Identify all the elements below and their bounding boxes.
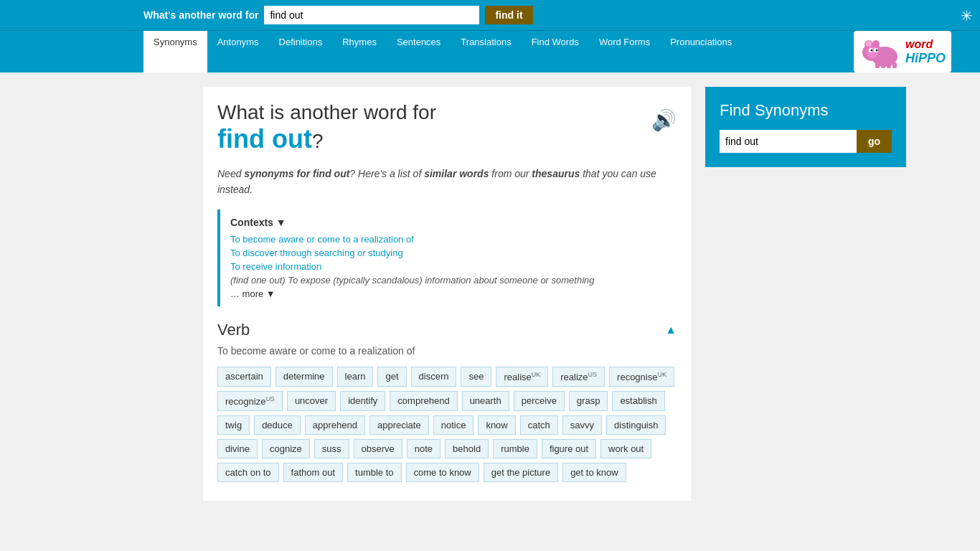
tab-synonyms[interactable]: Synonyms (143, 31, 207, 72)
desc-bold1: synonyms for find out (244, 168, 349, 179)
verb-title: Verb (217, 321, 250, 339)
tab-sentences[interactable]: Sentences (387, 31, 451, 72)
top-bar: What's another word for find it (0, 0, 980, 30)
contexts-more[interactable]: … more ▼ (230, 288, 666, 299)
heading-suffix: ? (312, 130, 324, 152)
word-tag[interactable]: rumble (493, 439, 537, 458)
tab-pronunciations[interactable]: Pronunciations (660, 31, 742, 72)
word-tag[interactable]: work out (600, 439, 651, 458)
word-tag[interactable]: fathom out (283, 463, 343, 482)
tab-find-words[interactable]: Find Words (522, 31, 589, 72)
desc-text-middle: ? Here's a list of (349, 168, 424, 179)
desc-text-before: Need (217, 168, 244, 179)
word-tag[interactable]: get the picture (484, 463, 558, 482)
word-tag[interactable]: savvy (562, 415, 602, 435)
word-tag[interactable]: note (407, 439, 440, 458)
word-tag[interactable]: distinguish (606, 415, 666, 435)
word-tag[interactable]: deduce (254, 415, 301, 435)
word-tag[interactable]: catch (520, 415, 558, 435)
word-tag[interactable]: see (461, 367, 491, 387)
logo-hippo-icon (859, 34, 903, 70)
word-tag[interactable]: behold (445, 439, 489, 458)
verb-collapse-arrow[interactable]: ▲ (665, 324, 677, 336)
svg-point-4 (866, 41, 872, 47)
verb-description: To become aware or come to a realization… (217, 345, 677, 357)
tab-word-forms[interactable]: Word Forms (589, 31, 660, 72)
contexts-title[interactable]: Contexts ▼ (230, 217, 666, 228)
word-tag[interactable]: apprehend (305, 415, 365, 435)
content-area: What is another word for find out? 🔊 Nee… (203, 87, 691, 501)
svg-point-9 (875, 50, 877, 52)
word-tag[interactable]: comprehend (390, 391, 457, 411)
page-heading: What is another word for find out? (217, 101, 436, 154)
word-tags-container: ascertaindeterminelearngetdiscernseereal… (217, 367, 677, 483)
tab-antonyms[interactable]: Antonyms (207, 31, 269, 72)
svg-rect-12 (887, 62, 891, 68)
context-item-1[interactable]: To discover through searching or studyin… (230, 248, 666, 258)
word-tag[interactable]: grasp (569, 391, 608, 411)
nav-tabs: Synonyms Antonyms Definitions Rhymes Sen… (0, 30, 980, 72)
word-tag[interactable]: get (377, 367, 406, 387)
desc-text-after: from our (489, 168, 532, 179)
svg-point-8 (870, 50, 872, 52)
sidebar-search-input[interactable] (720, 130, 857, 153)
sidebar: Find Synonyms go (705, 87, 906, 501)
logo-hippo-text: HiPPO (905, 51, 946, 66)
find-synonyms-box: Find Synonyms go (705, 87, 906, 167)
word-tag[interactable]: determine (275, 367, 333, 387)
tab-rhymes[interactable]: Rhymes (332, 31, 387, 72)
context-item-note: (find one out) To expose (typically scan… (230, 275, 666, 286)
word-tag[interactable]: twig (217, 415, 250, 435)
word-tag[interactable]: figure out (542, 439, 596, 458)
star-decoration: ✳ (961, 7, 973, 24)
word-tag[interactable]: observe (354, 439, 402, 458)
word-tag[interactable]: realizeUS (552, 367, 605, 387)
tab-translations[interactable]: Translations (451, 31, 521, 72)
verb-header: Verb ▲ (217, 321, 677, 339)
find-synonyms-title: Find Synonyms (720, 101, 892, 120)
word-tag[interactable]: come to know (406, 463, 479, 482)
word-tag[interactable]: ascertain (217, 367, 271, 387)
heading-word: find out (217, 124, 312, 154)
word-tag[interactable]: learn (337, 367, 374, 387)
svg-rect-13 (892, 62, 897, 68)
context-item-0[interactable]: To become aware or come to a realization… (230, 234, 666, 245)
word-tag[interactable]: know (478, 415, 515, 435)
sidebar-go-button[interactable]: go (857, 130, 892, 153)
tab-definitions[interactable]: Definitions (269, 31, 333, 72)
word-tag[interactable]: notice (433, 415, 474, 435)
svg-point-3 (872, 40, 880, 47)
description: Need synonyms for find out? Here's a lis… (217, 166, 677, 198)
word-tag[interactable]: suss (314, 439, 349, 458)
word-tag[interactable]: tumble to (347, 463, 401, 482)
word-tag[interactable]: appreciate (369, 415, 429, 435)
top-search-input[interactable] (264, 6, 479, 24)
word-tag[interactable]: establish (612, 391, 664, 411)
word-tag[interactable]: perceive (514, 391, 565, 411)
word-tag[interactable]: realiseUK (496, 367, 548, 387)
main-layout: What is another word for find out? 🔊 Nee… (60, 72, 920, 515)
word-tag[interactable]: divine (217, 439, 258, 458)
top-search-button[interactable]: find it (485, 6, 532, 24)
word-tag[interactable]: catch on to (217, 463, 279, 482)
desc-bold3: thesaurus (532, 168, 580, 179)
word-tag[interactable]: identify (340, 391, 385, 411)
heading-row: What is another word for find out? 🔊 (217, 101, 677, 154)
sound-icon[interactable]: 🔊 (651, 108, 677, 132)
word-tag[interactable]: uncover (287, 391, 336, 411)
logo-area: word HiPPO (854, 31, 951, 72)
context-item-2[interactable]: To receive information (230, 261, 666, 272)
context-note-text: To expose (typically scandalous) informa… (286, 275, 595, 286)
svg-rect-10 (875, 62, 880, 68)
heading-prefix: What is another word for (217, 101, 436, 123)
search-label: What's another word for (143, 9, 258, 21)
svg-rect-11 (881, 62, 885, 68)
word-tag[interactable]: recogniseUK (609, 367, 674, 387)
word-tag[interactable]: unearth (462, 391, 509, 411)
word-tag[interactable]: recognizeUS (217, 391, 283, 411)
word-tag[interactable]: discern (411, 367, 457, 387)
desc-bold2: similar words (424, 168, 489, 179)
word-tag[interactable]: cognize (262, 439, 310, 458)
word-tag[interactable]: get to know (562, 463, 626, 482)
context-note-prefix: (find one out) (230, 275, 286, 286)
